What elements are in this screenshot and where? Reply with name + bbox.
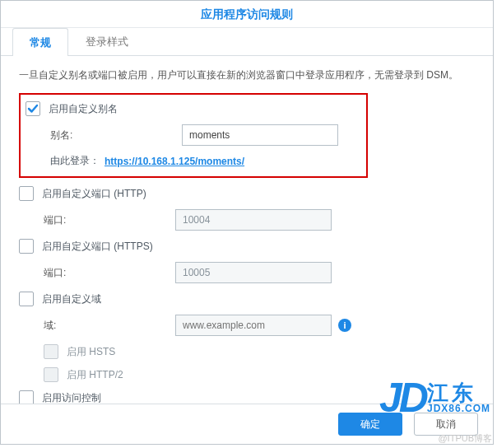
tab-general[interactable]: 常规 [12,28,68,56]
login-url-link[interactable]: https://10.168.1.125/moments/ [105,156,244,167]
info-icon[interactable]: i [338,319,351,332]
domain-field-row: 域: i [44,315,475,336]
enable-hsts-label: 启用 HSTS [67,345,115,359]
https-port-input[interactable] [175,262,332,283]
enable-alias-row: 启用自定义别名 [26,101,360,116]
dialog-body: 一旦自定义别名或端口被启用，用户可以直接在新的浏览器窗口中登录应用程序，无需登录… [1,56,493,404]
enable-hsts-row: 启用 HSTS [44,344,475,359]
tab-login-style[interactable]: 登录样式 [68,27,146,55]
enable-http2-row: 启用 HTTP/2 [44,367,475,382]
http-port-input[interactable] [175,209,332,231]
enable-access-control-checkbox[interactable] [19,390,34,404]
domain-field-label: 域: [44,319,175,333]
alias-section-highlight: 启用自定义别名 别名: 由此登录： https://10.168.1.125/m… [19,93,368,178]
http-port-field-row: 端口: [44,209,475,231]
enable-http-port-checkbox[interactable] [19,186,34,201]
cancel-button[interactable]: 取消 [414,413,478,436]
alias-field-label: 别名: [50,128,182,142]
domain-input[interactable] [175,315,332,336]
tab-bar: 常规 登录样式 [1,28,493,56]
enable-https-port-checkbox[interactable] [19,239,34,254]
enable-alias-checkbox[interactable] [26,101,40,116]
alias-field-row: 别名: [50,124,360,146]
login-from-label: 由此登录： [50,154,100,168]
ok-button[interactable]: 确定 [338,413,402,436]
https-port-field-row: 端口: [44,262,475,283]
enable-http2-checkbox [44,367,58,382]
enable-access-control-label: 启用访问控制 [42,391,101,404]
enable-http-port-row: 启用自定义端口 (HTTP) [19,186,475,201]
http-port-field-label: 端口: [44,213,175,227]
enable-alias-label: 启用自定义别名 [49,102,118,116]
enable-https-port-label: 启用自定义端口 (HTTPS) [42,240,153,254]
check-icon [27,103,39,114]
https-port-field-label: 端口: [44,266,175,280]
dialog: 应用程序访问规则 常规 登录样式 一旦自定义别名或端口被启用，用户可以直接在新的… [0,0,494,445]
enable-http2-label: 启用 HTTP/2 [67,368,123,382]
intro-text: 一旦自定义别名或端口被启用，用户可以直接在新的浏览器窗口中登录应用程序，无需登录… [19,68,475,83]
enable-https-port-row: 启用自定义端口 (HTTPS) [19,239,475,254]
dialog-footer: 确定 取消 [1,404,493,444]
login-url-row: 由此登录： https://10.168.1.125/moments/ [50,154,360,168]
enable-hsts-checkbox [44,344,58,359]
enable-domain-row: 启用自定义域 [19,292,475,306]
enable-access-control-row: 启用访问控制 [19,390,475,404]
dialog-title: 应用程序访问规则 [1,1,493,28]
alias-input[interactable] [182,124,338,146]
enable-http-port-label: 启用自定义端口 (HTTP) [42,187,146,201]
enable-domain-label: 启用自定义域 [42,292,101,306]
enable-domain-checkbox[interactable] [19,292,34,306]
